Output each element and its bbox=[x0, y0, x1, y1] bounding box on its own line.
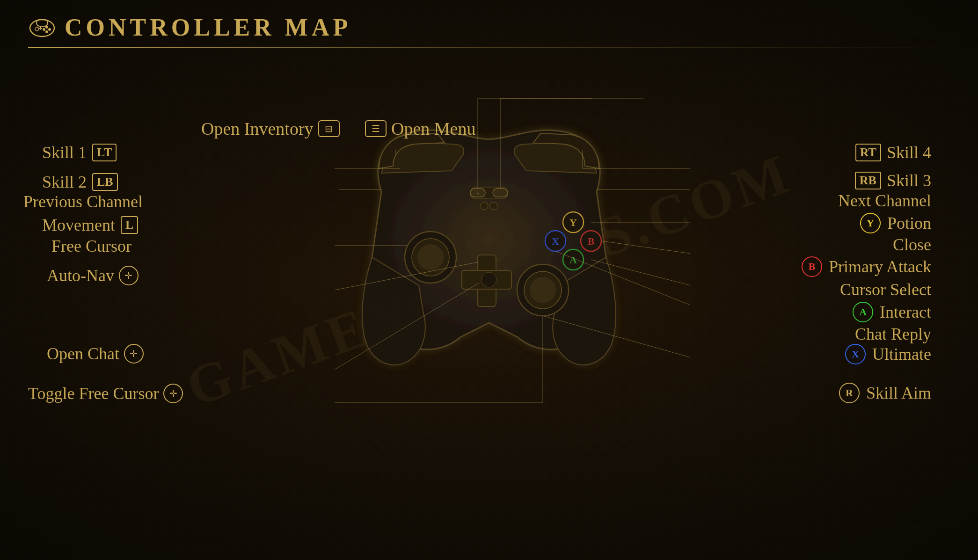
ultimate-label: X Ultimate bbox=[842, 344, 931, 364]
skill1-label: Skill 1 LT bbox=[42, 143, 118, 162]
open-chat-icon: ✛ bbox=[124, 344, 144, 364]
labels-container: Open Inventory ⊟ ☰ Open Menu Skill 1 LT … bbox=[0, 51, 978, 560]
rb-badge: RB bbox=[855, 172, 881, 189]
lb-badge: LB bbox=[92, 173, 118, 191]
toggle-cursor-icon: ✛ bbox=[163, 384, 183, 403]
header: CONTROLLER MAP bbox=[28, 13, 351, 41]
next-channel-label: Next Channel bbox=[838, 191, 931, 211]
chat-reply-label: Chat Reply bbox=[855, 324, 931, 344]
svg-point-3 bbox=[48, 28, 51, 31]
svg-point-8 bbox=[35, 27, 39, 31]
skill3-label: RB Skill 3 bbox=[853, 171, 931, 190]
menu-btn-icon: ☰ bbox=[365, 120, 387, 137]
header-divider bbox=[28, 47, 950, 48]
svg-point-2 bbox=[45, 26, 48, 29]
open-inventory-label: Open Inventory ⊟ bbox=[201, 118, 340, 139]
auto-nav-label: Auto-Nav ✛ bbox=[47, 266, 139, 285]
skill-aim-label: R Skill Aim bbox=[836, 383, 931, 403]
toggle-free-cursor-label: Toggle Free Cursor ✛ bbox=[28, 384, 183, 403]
open-chat-label: Open Chat ✛ bbox=[47, 344, 144, 364]
rt-badge: RT bbox=[855, 144, 881, 161]
primary-attack-label: B Primary Attack bbox=[799, 256, 931, 277]
interact-label: A Interact bbox=[850, 302, 931, 322]
svg-point-4 bbox=[43, 28, 45, 31]
lt-badge: LT bbox=[92, 144, 117, 161]
l-badge: L bbox=[121, 216, 138, 234]
potion-label: Y Potion bbox=[857, 213, 931, 233]
open-menu-label: ☰ Open Menu bbox=[365, 118, 475, 139]
free-cursor-label: Free Cursor bbox=[51, 236, 131, 256]
x-button: X bbox=[845, 344, 866, 364]
y-button: Y bbox=[860, 213, 881, 233]
close-label: Close bbox=[893, 235, 931, 255]
svg-point-0 bbox=[30, 20, 54, 36]
controller-icon bbox=[28, 13, 56, 41]
skill4-label: RT Skill 4 bbox=[854, 143, 931, 162]
r-button: R bbox=[839, 383, 860, 403]
b-button: B bbox=[802, 256, 822, 277]
cursor-select-label: Cursor Select bbox=[840, 280, 931, 299]
a-button: A bbox=[853, 302, 873, 322]
skill2-label: Skill 2 LB bbox=[42, 172, 120, 192]
page-title: CONTROLLER MAP bbox=[65, 14, 351, 41]
auto-nav-icon: ✛ bbox=[119, 266, 139, 285]
svg-point-5 bbox=[45, 30, 48, 33]
movement-label: Movement L bbox=[42, 215, 140, 235]
inventory-btn-icon: ⊟ bbox=[318, 120, 340, 137]
prev-channel-label: Previous Channel bbox=[23, 192, 143, 211]
